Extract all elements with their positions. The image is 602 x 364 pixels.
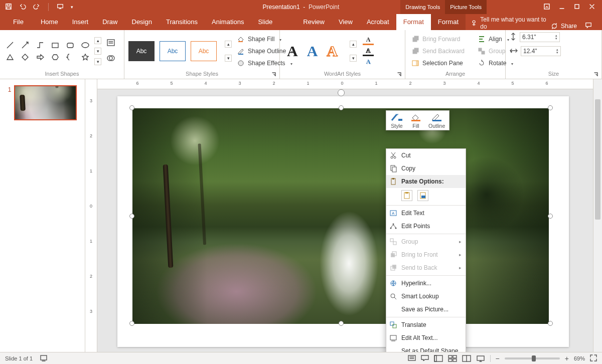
reading-view-icon[interactable]	[462, 355, 471, 362]
undo-icon[interactable]	[19, 3, 26, 12]
shape-style-gallery[interactable]: Abc Abc Abc ▴ ▾	[128, 41, 233, 62]
tab-slide-show[interactable]: Slide Show	[251, 14, 296, 30]
height-input[interactable]: 6.31" ▴▾	[520, 32, 560, 42]
minimize-icon[interactable]	[559, 4, 565, 11]
shape-triangle-icon[interactable]	[4, 52, 16, 63]
selection-handle[interactable]	[129, 105, 134, 110]
selection-handle[interactable]	[129, 214, 134, 219]
style-preset-2[interactable]: Abc	[160, 41, 186, 61]
close-icon[interactable]	[589, 4, 595, 11]
wordart-gallery-more-icon[interactable]: ▾	[350, 55, 357, 62]
selection-handle[interactable]	[129, 321, 134, 326]
tab-format-drawing[interactable]: Format	[396, 14, 431, 30]
mini-outline-button[interactable]: Outline	[428, 113, 445, 129]
wordart-preset-3[interactable]: A	[327, 43, 338, 60]
scrollbar-thumb[interactable]	[595, 99, 600, 220]
slide-thumbnail-pane[interactable]: 1	[0, 79, 85, 352]
selection-handle[interactable]	[548, 214, 553, 219]
ctx-save-as-picture[interactable]: Save as Picture...	[386, 303, 466, 316]
slide-canvas[interactable]: Style Fill Outline Cut	[97, 89, 593, 352]
text-outline-icon[interactable]: A	[363, 47, 374, 56]
gallery-up-icon[interactable]: ▴	[94, 37, 101, 44]
shape-connector-icon[interactable]	[34, 40, 46, 51]
qat-dropdown-icon[interactable]: ▾	[71, 5, 73, 10]
shape-rectangle-icon[interactable]	[49, 40, 61, 51]
slide-thumbnail-1[interactable]	[14, 85, 77, 120]
selection-pane-button[interactable]: Selection Pane	[409, 58, 467, 68]
ctx-edit-points[interactable]: Edit Points	[386, 220, 466, 233]
slide-sorter-view-icon[interactable]	[448, 355, 457, 362]
ctx-cut[interactable]: Cut	[386, 149, 466, 162]
picture-object[interactable]	[132, 108, 549, 324]
ctx-copy[interactable]: Copy	[386, 162, 466, 175]
tell-me-search[interactable]: Tell me what you want to do	[471, 16, 551, 30]
tab-file[interactable]: File	[3, 14, 34, 30]
mini-fill-button[interactable]: Fill	[409, 113, 422, 129]
tab-insert[interactable]: Insert	[65, 14, 96, 30]
ctx-translate[interactable]: Translate	[386, 318, 466, 331]
wordart-preset-2[interactable]: A	[307, 43, 318, 60]
spellcheck-icon[interactable]	[40, 354, 48, 362]
fit-to-window-icon[interactable]	[590, 354, 597, 362]
style-preset-3[interactable]: Abc	[191, 41, 217, 61]
slide[interactable]	[117, 96, 569, 347]
shapes-gallery[interactable]	[4, 40, 91, 63]
vertical-scrollbar[interactable]	[593, 79, 602, 352]
text-fill-icon[interactable]: A	[363, 36, 374, 45]
comments-icon[interactable]	[585, 22, 592, 30]
selection-handle[interactable]	[548, 105, 553, 110]
zoom-in-button[interactable]: +	[565, 354, 569, 362]
comments-button[interactable]	[421, 355, 429, 362]
style-gallery-more-icon[interactable]: ▾	[225, 55, 232, 62]
maximize-icon[interactable]	[574, 4, 580, 11]
ctx-set-default-shape[interactable]: Set as Default Shape	[386, 344, 466, 352]
tab-acrobat[interactable]: Acrobat	[360, 14, 396, 30]
text-effects-icon[interactable]: A	[363, 58, 374, 66]
zoom-slider-thumb[interactable]	[532, 355, 536, 361]
zoom-out-button[interactable]: −	[496, 354, 500, 362]
shape-line-arrow-icon[interactable]	[19, 40, 31, 51]
width-input[interactable]: 12.4" ▴▾	[521, 46, 561, 56]
ctx-hyperlink[interactable]: Hyperlink...	[386, 277, 466, 290]
shape-arrow-right-icon[interactable]	[34, 52, 46, 63]
selection-handle[interactable]	[339, 105, 344, 110]
tab-review[interactable]: Review	[296, 14, 332, 30]
save-icon[interactable]	[5, 3, 12, 12]
wordart-preset-1[interactable]: A	[287, 43, 298, 60]
slideshow-view-icon[interactable]	[476, 355, 485, 362]
shape-diamond-icon[interactable]	[19, 52, 31, 63]
redo-icon[interactable]	[33, 3, 40, 12]
share-button[interactable]: Share	[551, 23, 577, 30]
shape-star-icon[interactable]	[79, 52, 91, 63]
shape-rounded-rect-icon[interactable]	[64, 40, 76, 51]
shape-oval-icon[interactable]	[79, 40, 91, 51]
shapes-gallery-scroll[interactable]: ▴ ▾ ▾	[93, 37, 102, 65]
start-from-beginning-icon[interactable]	[57, 3, 64, 12]
dialog-launcher-icon[interactable]	[397, 72, 402, 77]
height-spin-down-icon[interactable]: ▾	[555, 37, 557, 40]
width-spin-down-icon[interactable]: ▾	[556, 51, 558, 54]
rotation-handle[interactable]	[338, 89, 345, 96]
ctx-edit-text[interactable]: A Edit Text	[386, 207, 466, 220]
tab-animations[interactable]: Animations	[205, 14, 251, 30]
normal-view-icon[interactable]	[434, 355, 443, 362]
gallery-more-icon[interactable]: ▾	[94, 58, 101, 65]
ribbon-display-options-icon[interactable]	[544, 4, 550, 11]
dialog-launcher-icon[interactable]	[593, 72, 598, 77]
shape-line-icon[interactable]	[4, 40, 16, 51]
ctx-smart-lookup[interactable]: Smart Lookup	[386, 290, 466, 303]
tab-view[interactable]: View	[332, 14, 360, 30]
ctx-edit-alt-text[interactable]: Edit Alt Text...	[386, 331, 466, 344]
notes-button[interactable]	[408, 355, 416, 362]
shape-hexagon-icon[interactable]	[49, 52, 61, 63]
zoom-percent[interactable]: 69%	[574, 355, 585, 361]
paste-use-destination-theme[interactable]	[401, 190, 412, 201]
wordart-gallery-up-icon[interactable]: ▴	[350, 41, 357, 48]
tab-draw[interactable]: Draw	[95, 14, 124, 30]
wordart-gallery[interactable]: A A A ▴ ▾	[287, 41, 358, 62]
paste-picture[interactable]	[417, 190, 428, 201]
tab-home[interactable]: Home	[34, 14, 65, 30]
gallery-down-icon[interactable]: ▾	[94, 48, 101, 55]
zoom-slider[interactable]	[505, 357, 560, 359]
style-gallery-up-icon[interactable]: ▴	[225, 41, 232, 48]
